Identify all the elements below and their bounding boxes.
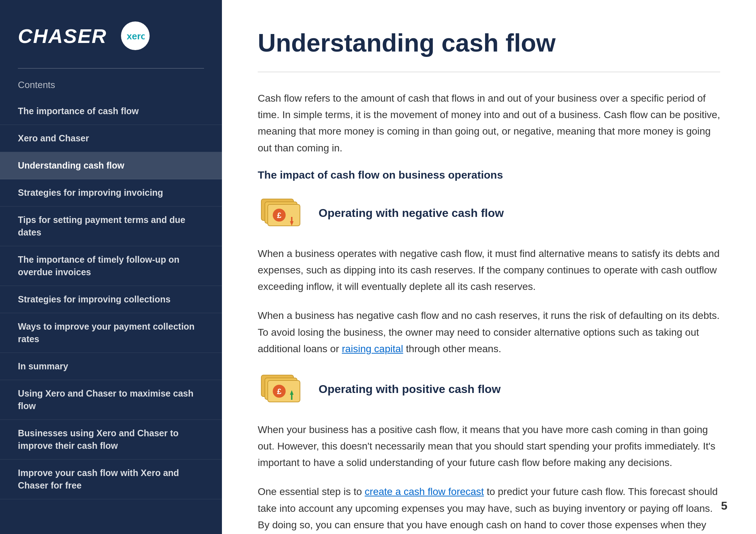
nav-item-tips-payment[interactable]: Tips for setting payment terms and due d… bbox=[0, 207, 222, 246]
nav-item-ways-improve[interactable]: Ways to improve your payment collection … bbox=[0, 313, 222, 353]
nav-item-businesses[interactable]: Businesses using Xero and Chaser to impr… bbox=[0, 420, 222, 460]
nav-item-xero-chaser[interactable]: Xero and Chaser bbox=[0, 125, 222, 152]
positive-para1: When your business has a positive cash f… bbox=[258, 422, 720, 471]
page-number: 5 bbox=[721, 499, 727, 513]
positive-cashflow-label: Operating with positive cash flow bbox=[319, 383, 501, 396]
cashflow-forecast-link[interactable]: create a cash flow forecast bbox=[365, 486, 484, 497]
main-content: Understanding cash flow Cash flow refers… bbox=[222, 0, 756, 534]
intro-paragraph: Cash flow refers to the amount of cash t… bbox=[258, 90, 720, 156]
negative-para2: When a business has negative cash flow a… bbox=[258, 307, 720, 357]
positive-cashflow-card: £ Operating with positive cash flow bbox=[258, 372, 720, 407]
negative-cashflow-icon: £ bbox=[258, 195, 304, 231]
nav-item-strategies-collections[interactable]: Strategies for improving collections bbox=[0, 286, 222, 313]
page-title: Understanding cash flow bbox=[258, 29, 720, 57]
title-divider bbox=[258, 72, 720, 72]
svg-rect-7 bbox=[291, 217, 292, 222]
nav-item-using-xero[interactable]: Using Xero and Chaser to maximise cash f… bbox=[0, 380, 222, 420]
negative-para1: When a business operates with negative c… bbox=[258, 246, 720, 295]
impact-heading: The impact of cash flow on business oper… bbox=[258, 169, 720, 181]
nav-item-strategies-invoicing[interactable]: Strategies for improving invoicing bbox=[0, 179, 222, 207]
negative-para2-end: through other means. bbox=[403, 343, 501, 354]
positive-para2: One essential step is to create a cash f… bbox=[258, 484, 720, 534]
raising-capital-link[interactable]: raising capital bbox=[342, 343, 403, 354]
sidebar-header: CHASER xero bbox=[0, 0, 222, 68]
svg-text:£: £ bbox=[277, 211, 282, 220]
nav-item-understanding[interactable]: Understanding cash flow bbox=[0, 152, 222, 179]
svg-text:£: £ bbox=[277, 387, 282, 396]
nav-item-timely-follow[interactable]: The importance of timely follow-up on ov… bbox=[0, 246, 222, 286]
positive-cashflow-icon: £ bbox=[258, 372, 304, 407]
positive-para2-start: One essential step is to bbox=[258, 486, 365, 497]
svg-rect-14 bbox=[291, 395, 292, 400]
negative-cashflow-label: Operating with negative cash flow bbox=[319, 207, 504, 220]
sidebar: CHASER xero Contents The importance of c… bbox=[0, 0, 222, 534]
nav-item-improve-free[interactable]: Improve your cash flow with Xero and Cha… bbox=[0, 460, 222, 499]
chaser-logo: CHASER bbox=[18, 24, 107, 48]
nav-item-in-summary[interactable]: In summary bbox=[0, 353, 222, 380]
nav-item-importance[interactable]: The importance of cash flow bbox=[0, 98, 222, 125]
svg-text:xero: xero bbox=[127, 31, 145, 42]
contents-label: Contents bbox=[0, 69, 222, 98]
xero-logo-badge: xero bbox=[121, 21, 150, 50]
nav-list: The importance of cash flowXero and Chas… bbox=[0, 98, 222, 499]
negative-cashflow-card: £ Operating with negative cash flow bbox=[258, 195, 720, 231]
